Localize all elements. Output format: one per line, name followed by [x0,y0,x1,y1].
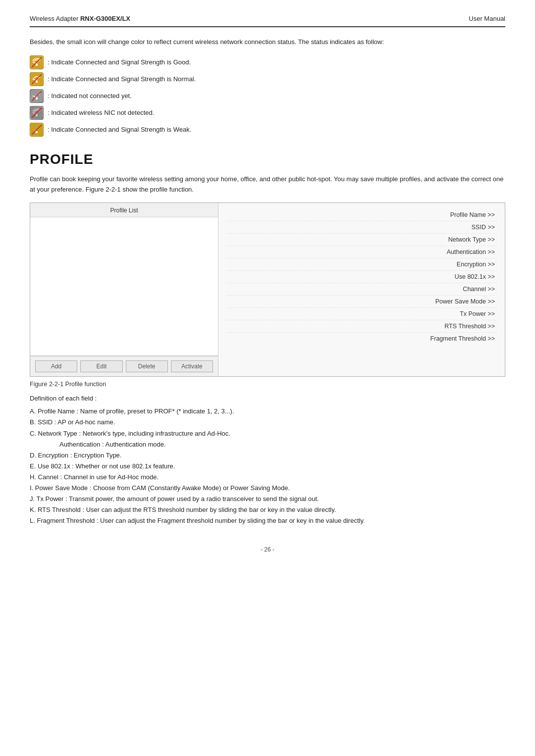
svg-point-13 [36,131,38,133]
field-label-rts-threshold: RTS Threshold >> [444,323,495,330]
field-label-network-type: Network Type >> [448,236,495,243]
definition-item-K: K. RTS Threshold : User can adjust the R… [30,504,505,515]
field-power-save: Power Save Mode >> [226,296,497,308]
definition-item-C2: Authentication : Authentication mode. [59,439,505,450]
profile-section: PROFILE Profile can book keeping your fa… [30,151,505,527]
definition-item-A: A. Profile Name : Name of profile, prese… [30,406,505,417]
definition-item-E: E. Use 802.1x : Whether or not use 802.1… [30,461,505,472]
figure-caption: Figure 2-2-1 Profile function [30,381,505,388]
list-item: : Indicate Connected and Signal Strength… [30,72,505,86]
status-text-weak: : Indicate Connected and Signal Strength… [48,125,191,135]
page: Wireless Adapter RNX-G300EX/LX User Manu… [0,0,535,756]
delete-button[interactable]: Delete [126,360,168,372]
definition-item-H: H. Cannel : Channel in use for Ad-Hoc mo… [30,472,505,483]
intro-text: Besides, the small icon will change colo… [30,37,505,48]
definition-item-C: C. Network Type : Network’s type, includ… [30,428,505,439]
status-text-normal: : Indicate Connected and Signal Strength… [48,74,196,84]
list-item: : Indicated not connected yet. [30,89,505,103]
field-encryption: Encryption >> [226,258,497,271]
definition-section: Definition of each field : A. Profile Na… [30,395,505,526]
profile-ui-inner: Profile List Add Edit Delete Activate Pr… [30,203,505,376]
list-item: : Indicate Connected and Signal Strength… [30,123,505,137]
status-text-no-nic: : Indicated wireless NIC not detected. [48,108,154,118]
profile-buttons: Add Edit Delete Activate [30,356,218,376]
field-rts-threshold: RTS Threshold >> [226,320,497,333]
definition-item-L: L. Fragment Threshold : User can adjust … [30,515,505,526]
definition-item-J: J. Tx Power : Transmit power, the amount… [30,494,505,504]
field-label-power-save: Power Save Mode >> [435,298,495,305]
profile-fields-panel: Profile Name >> SSID >> Network Type >> … [218,203,505,376]
field-label-ssid: SSID >> [472,224,495,231]
field-tx-power: Tx Power >> [226,308,497,320]
add-button[interactable]: Add [35,360,77,372]
field-label-profile-name: Profile Name >> [450,211,495,218]
list-item: : Indicate Connected and Signal Strength… [30,55,505,69]
header-product: Wireless Adapter RNX-G300EX/LX [30,15,130,22]
activate-button[interactable]: Activate [171,360,213,372]
page-header: Wireless Adapter RNX-G300EX/LX User Manu… [30,15,505,27]
svg-point-10 [36,114,38,116]
definition-items: A. Profile Name : Name of profile, prese… [30,406,505,526]
field-label-use-802x: Use 802.1x >> [455,273,495,280]
profile-list-title: Profile List [30,203,218,217]
profile-ui: Profile List Add Edit Delete Activate Pr… [30,202,505,377]
field-label-tx-power: Tx Power >> [460,310,495,317]
icon-good [30,55,44,69]
svg-point-7 [36,98,38,99]
field-label-authentication: Authentication >> [447,249,495,255]
product-name: RNX-G300EX/LX [80,15,130,22]
profile-title: PROFILE [30,151,505,167]
field-use-802x: Use 802.1x >> [226,271,497,283]
edit-button[interactable]: Edit [80,360,122,372]
field-network-type: Network Type >> [226,234,497,246]
profile-list-panel: Profile List Add Edit Delete Activate [30,203,218,376]
profile-list-content [30,217,218,356]
definition-item-B: B. SSID : AP or Ad-hoc name. [30,417,505,428]
field-profile-name: Profile Name >> [226,209,497,221]
field-label-encryption: Encryption >> [457,261,495,268]
icon-no-nic [30,106,44,120]
field-channel: Channel >> [226,283,497,296]
icon-weak [30,123,44,137]
definition-title: Definition of each field : [30,395,505,402]
field-authentication: Authentication >> [226,246,497,258]
icon-disconnected [30,89,44,103]
page-number: - 26 - [30,546,505,553]
field-fragment-threshold: Fragment Threshold >> [226,333,497,345]
doc-type: User Manual [469,15,505,22]
profile-intro: Profile can book keeping your favorite w… [30,174,505,195]
product-label: Wireless Adapter [30,15,78,22]
status-text-good: : Indicate Connected and Signal Strength… [48,57,191,67]
svg-point-4 [36,81,38,82]
definition-item-D: D. Encryption : Encryption Type. [30,450,505,461]
definition-item-I: I. Power Save Mode : Choose from CAM (Co… [30,483,505,494]
field-label-channel: Channel >> [463,286,495,293]
list-item: : Indicated wireless NIC not detected. [30,106,505,120]
status-text-disconnected: : Indicated not connected yet. [48,91,132,101]
icon-normal [30,72,44,86]
status-list: : Indicate Connected and Signal Strength… [30,55,505,137]
field-ssid: SSID >> [226,221,497,234]
field-label-fragment-threshold: Fragment Threshold >> [430,335,495,342]
svg-point-1 [36,64,38,65]
